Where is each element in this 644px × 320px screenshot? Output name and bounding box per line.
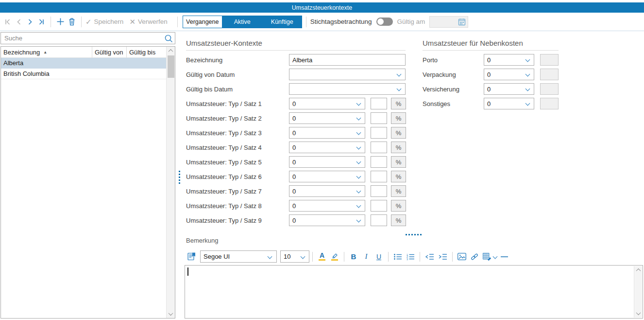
column-header-gueltig-von[interactable]: Gültig von xyxy=(92,47,126,58)
scroll-down-icon[interactable] xyxy=(634,309,642,318)
chevron-down-icon xyxy=(525,57,530,62)
tax-row-label: Umsatzsteuer: Typ / Satz 4 xyxy=(186,144,289,151)
tax-rate-input[interactable] xyxy=(371,127,387,139)
font-family-combo[interactable]: Segoe UI xyxy=(200,250,277,263)
bemerkung-scrollbar[interactable] xyxy=(634,266,642,318)
tax-rate-input[interactable] xyxy=(371,185,387,197)
vertical-splitter-handle[interactable] xyxy=(179,171,180,184)
font-family-value: Segoe UI xyxy=(203,253,268,260)
search-icon[interactable] xyxy=(162,34,175,43)
nebenkosten-combo[interactable]: 0 xyxy=(484,69,534,80)
tax-type-combo[interactable]: 0 xyxy=(289,142,365,153)
svg-text:3: 3 xyxy=(407,258,408,260)
tax-type-combo[interactable]: 0 xyxy=(289,156,365,168)
list-scrollbar-thumb[interactable] xyxy=(168,55,174,78)
toolbar-separator xyxy=(388,252,389,262)
tax-type-combo[interactable]: 0 xyxy=(289,171,365,182)
nav-previous-button[interactable] xyxy=(13,16,24,28)
scroll-up-icon[interactable] xyxy=(167,47,175,55)
gueltig-bis-datum-label: Gültig bis Datum xyxy=(186,86,289,93)
indent-button[interactable] xyxy=(438,251,447,263)
tax-type-combo[interactable]: 0 xyxy=(289,112,365,124)
tab-vergangene[interactable]: Vergangene xyxy=(183,16,222,28)
list-item[interactable]: British Columbia xyxy=(1,69,175,79)
tax-type-combo[interactable]: 0 xyxy=(289,214,365,226)
nav-last-button[interactable] xyxy=(35,16,47,28)
search-input[interactable] xyxy=(1,35,162,42)
tax-type-combo[interactable]: 0 xyxy=(289,200,365,212)
list-item[interactable]: Alberta xyxy=(1,58,175,69)
bullet-list-button[interactable] xyxy=(393,251,402,263)
nebenkosten-label: Sonstiges xyxy=(423,100,484,107)
horizontal-splitter-handle[interactable] xyxy=(406,234,422,235)
tax-rate-input[interactable] xyxy=(371,142,387,153)
insert-table-button[interactable] xyxy=(483,251,491,263)
tax-row: Umsatzsteuer: Typ / Satz 6 0 % xyxy=(186,171,406,182)
context-list-body: Alberta British Columbia xyxy=(1,58,175,79)
gueltig-am-date-field[interactable] xyxy=(429,16,468,28)
section-title: Umsatzsteuer-Kontexte xyxy=(186,39,406,51)
tax-rate-input[interactable] xyxy=(371,171,387,182)
outdent-button[interactable] xyxy=(425,251,434,263)
bold-button[interactable]: B xyxy=(349,251,358,263)
list-scrollbar[interactable] xyxy=(166,47,175,318)
font-size-combo[interactable]: 10 xyxy=(280,250,309,263)
highlight-color-button[interactable] xyxy=(330,251,339,263)
window-title-bar: Umsatzsteuerkontexte xyxy=(0,2,644,13)
table-options-chevron-icon[interactable] xyxy=(493,254,498,259)
delete-button[interactable] xyxy=(66,16,77,28)
nebenkosten-label: Versicherung xyxy=(423,86,484,93)
nebenkosten-disabled-box xyxy=(540,69,559,80)
stichtagsbetrachtung-label: Stichtagsbetrachtung xyxy=(310,18,372,25)
percent-unit-box: % xyxy=(391,185,406,197)
tax-type-combo[interactable]: 0 xyxy=(289,185,365,197)
tax-rate-input[interactable] xyxy=(371,200,387,212)
nav-first-button[interactable] xyxy=(2,16,13,28)
tax-row-label: Umsatzsteuer: Typ / Satz 3 xyxy=(186,129,289,137)
text-module-button[interactable] xyxy=(187,251,196,263)
tax-type-combo[interactable]: 0 xyxy=(289,98,365,109)
font-color-button[interactable]: A xyxy=(318,251,326,263)
tax-row: Umsatzsteuer: Typ / Satz 1 0 % xyxy=(186,98,406,109)
stichtagsbetrachtung-toggle[interactable] xyxy=(376,18,393,26)
tax-rate-input[interactable] xyxy=(371,214,387,226)
tax-type-combo[interactable]: 0 xyxy=(289,127,365,139)
discard-button[interactable]: ✕ Verwerfen xyxy=(129,18,167,26)
bezeichnung-input[interactable] xyxy=(289,54,406,66)
nav-next-button[interactable] xyxy=(24,16,35,28)
tab-aktive[interactable]: Aktive xyxy=(222,16,262,28)
nebenkosten-combo[interactable]: 0 xyxy=(484,98,534,109)
nebenkosten-row: Verpackung 0 xyxy=(423,69,559,80)
tax-rate-input[interactable] xyxy=(371,98,387,109)
column-header-bezeichnung[interactable]: Bezeichnung ▲ xyxy=(1,47,92,58)
cell-gueltig-bis xyxy=(126,58,167,69)
context-list: Bezeichnung ▲ Gültig von Gültig bis Albe… xyxy=(0,46,175,319)
tax-rate-input[interactable] xyxy=(371,112,387,124)
gueltig-bis-datum-combo[interactable] xyxy=(289,83,406,95)
link-icon xyxy=(470,253,479,261)
scroll-down-icon[interactable] xyxy=(167,310,175,318)
nebenkosten-combo[interactable]: 0 xyxy=(484,83,534,95)
tax-row-label: Umsatzsteuer: Typ / Satz 6 xyxy=(186,173,289,180)
insert-link-button[interactable] xyxy=(470,251,479,263)
scroll-up-icon[interactable] xyxy=(634,266,642,274)
nebenkosten-combo[interactable]: 0 xyxy=(484,54,534,66)
percent-unit-box: % xyxy=(391,214,406,226)
gueltig-von-datum-combo[interactable] xyxy=(289,69,406,80)
insert-image-button[interactable] xyxy=(458,251,466,263)
tab-künftige[interactable]: Künftige xyxy=(262,16,302,28)
add-button[interactable] xyxy=(55,16,66,28)
numbered-list-icon: 123 xyxy=(406,253,415,260)
nav-next-icon xyxy=(26,18,34,26)
bemerkung-textarea[interactable] xyxy=(185,265,643,319)
save-button[interactable]: ✓ Speichern xyxy=(85,18,123,26)
horizontal-rule-button[interactable] xyxy=(500,251,508,263)
umsatzsteuerkontexte-window: Umsatzsteuerkontexte ✓ Speichern ✕ Verw xyxy=(0,0,644,320)
column-header-gueltig-bis[interactable]: Gültig bis xyxy=(126,47,167,58)
underline-button[interactable]: U xyxy=(374,251,383,263)
italic-button[interactable]: I xyxy=(362,251,371,263)
tax-rate-input[interactable] xyxy=(371,156,387,168)
toolbar-separator xyxy=(306,17,306,27)
chevron-down-icon xyxy=(356,130,361,135)
numbered-list-button[interactable]: 123 xyxy=(406,251,415,263)
